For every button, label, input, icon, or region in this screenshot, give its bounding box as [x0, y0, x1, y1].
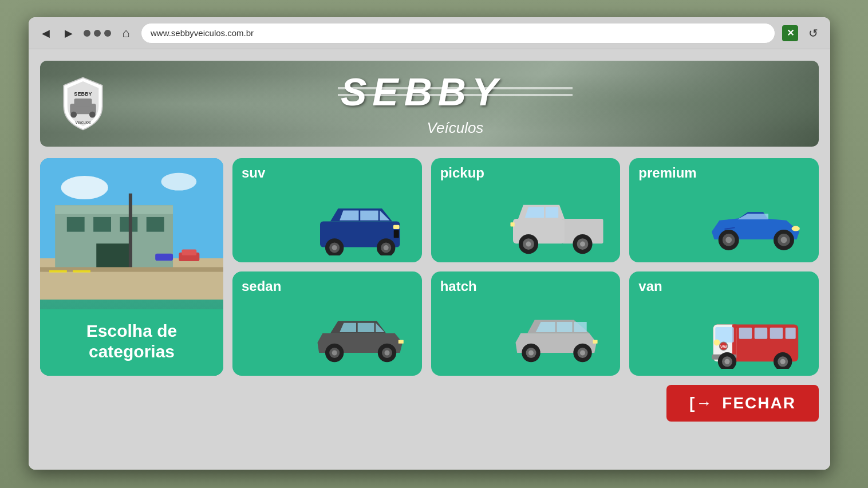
svg-rect-22	[49, 270, 67, 273]
svg-rect-46	[511, 222, 515, 226]
sedan-car-image	[242, 294, 413, 369]
svg-rect-23	[73, 270, 90, 273]
svg-point-70	[580, 351, 585, 356]
van-label: van	[638, 278, 810, 294]
close-section: [→ FECHAR	[40, 385, 819, 422]
hatch-car-image	[440, 294, 611, 369]
hero-banner: SEBBY Veículos SEBBY Veículos	[40, 61, 819, 147]
svg-rect-36	[393, 230, 399, 238]
svg-point-42	[526, 242, 531, 247]
svg-rect-77	[739, 328, 752, 339]
svg-point-45	[580, 242, 585, 247]
url-bar[interactable]: www.sebbyveiculos.com.br	[141, 23, 775, 44]
svg-point-2	[70, 112, 77, 118]
sedan-label: sedan	[242, 278, 413, 294]
svg-point-88	[780, 359, 786, 364]
pickup-label: pickup	[440, 165, 611, 181]
svg-point-58	[332, 351, 337, 356]
svg-point-67	[528, 351, 534, 356]
svg-rect-80	[786, 328, 796, 339]
svg-point-53	[791, 226, 799, 231]
fechar-label: FECHAR	[722, 394, 796, 412]
suv-category-card[interactable]: suv	[232, 158, 422, 262]
svg-point-34	[383, 245, 388, 250]
svg-point-52	[781, 237, 787, 243]
hatch-category-card[interactable]: hatch	[431, 271, 621, 376]
browser-content: SEBBY Veículos SEBBY Veículos	[29, 49, 830, 470]
brand-name: SEBBY	[109, 71, 802, 117]
svg-rect-14	[55, 205, 173, 214]
svg-rect-79	[770, 328, 783, 339]
dot-2	[94, 30, 101, 37]
svg-point-89	[714, 340, 720, 346]
back-button[interactable]: ◀	[38, 25, 54, 41]
svg-rect-15	[67, 217, 85, 232]
svg-rect-35	[393, 225, 399, 229]
svg-rect-18	[147, 217, 164, 232]
brand-logo: SEBBY Veículos	[57, 75, 109, 132]
svg-rect-71	[593, 340, 598, 344]
dealership-image	[40, 158, 223, 300]
van-car-image: VW	[638, 294, 810, 369]
main-category-card[interactable]: Escolha de categorias	[40, 158, 223, 376]
url-text: www.sebbyveiculos.com.br	[151, 28, 254, 38]
svg-point-85	[724, 359, 729, 364]
brand-title: SEBBY Veículos	[109, 71, 802, 137]
van-category-card[interactable]: van	[629, 271, 819, 376]
svg-rect-64	[574, 322, 587, 332]
category-grid: Escolha de categorias suv	[40, 158, 819, 376]
svg-point-31	[332, 245, 337, 250]
svg-text:VW: VW	[720, 344, 727, 349]
home-button[interactable]: ⌂	[118, 25, 134, 41]
svg-text:Veículos: Veículos	[75, 120, 91, 125]
svg-rect-19	[96, 243, 132, 270]
brand-sub: Veículos	[109, 119, 802, 137]
main-category-text: Escolha de categorias	[52, 321, 212, 362]
svg-rect-55	[357, 323, 374, 332]
svg-point-11	[161, 173, 196, 191]
svg-rect-26	[155, 254, 173, 261]
pickup-category-card[interactable]: pickup	[431, 158, 621, 262]
premium-category-card[interactable]: premium	[629, 158, 819, 262]
svg-rect-62	[398, 340, 403, 344]
dots-menu[interactable]	[84, 30, 111, 37]
close-tab-button[interactable]: ✕	[782, 25, 798, 41]
premium-car-image	[638, 181, 810, 255]
browser-toolbar: ◀ ▶ ⌂ www.sebbyveiculos.com.br ✕ ↺	[29, 17, 830, 49]
svg-rect-63	[557, 322, 573, 332]
refresh-button[interactable]: ↺	[805, 25, 821, 41]
svg-rect-28	[360, 211, 378, 221]
fechar-icon: [→	[689, 394, 713, 412]
svg-rect-78	[755, 328, 768, 339]
browser-window: ◀ ▶ ⌂ www.sebbyveiculos.com.br ✕ ↺	[29, 17, 830, 470]
svg-point-3	[89, 112, 96, 118]
suv-label: suv	[242, 165, 413, 181]
svg-point-61	[384, 351, 389, 356]
svg-rect-16	[93, 217, 111, 232]
sedan-category-card[interactable]: sedan	[232, 271, 422, 376]
svg-point-49	[725, 237, 732, 243]
svg-rect-39	[546, 207, 559, 218]
svg-rect-21	[40, 267, 223, 271]
premium-label: premium	[638, 165, 810, 181]
suv-car-image	[242, 181, 413, 255]
fechar-button[interactable]: [→ FECHAR	[666, 385, 819, 422]
dot-3	[104, 30, 111, 37]
svg-rect-25	[182, 250, 196, 255]
forward-button[interactable]: ▶	[61, 25, 77, 41]
svg-point-10	[61, 176, 108, 199]
main-category-label: Escolha de categorias	[40, 309, 223, 376]
svg-rect-20	[129, 194, 132, 270]
svg-text:SEBBY: SEBBY	[341, 71, 503, 111]
svg-rect-1	[74, 99, 92, 107]
svg-text:SEBBY: SEBBY	[74, 91, 92, 97]
hatch-label: hatch	[440, 278, 611, 294]
pickup-car-image	[440, 181, 611, 255]
dot-1	[84, 30, 90, 37]
